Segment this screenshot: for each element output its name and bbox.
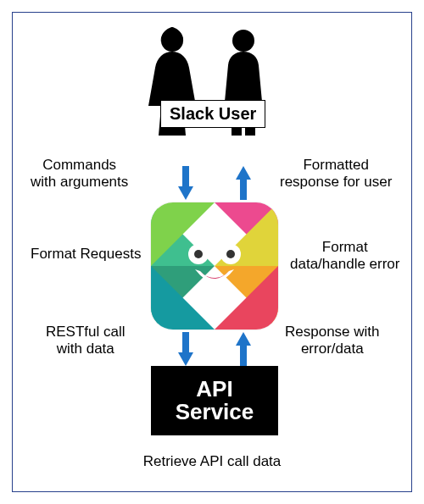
api-line2: Service <box>176 401 254 424</box>
label-commands: Commands with arguments <box>31 157 128 190</box>
slack-user-label: Slack User <box>160 100 265 128</box>
svg-rect-4 <box>240 178 247 200</box>
arrow-up-api-to-bot <box>236 332 248 361</box>
label-format-requests: Format Requests <box>31 246 141 263</box>
svg-marker-5 <box>236 166 251 180</box>
svg-rect-10 <box>182 332 189 354</box>
arrow-down-user-to-bot <box>178 166 190 195</box>
svg-point-9 <box>226 250 235 258</box>
slack-bot-icon <box>151 202 278 330</box>
arrow-up-bot-to-user <box>236 166 248 195</box>
label-formatted-response: Formatted response for user <box>280 157 392 190</box>
svg-marker-13 <box>236 332 251 346</box>
label-retrieve: Retrieve API call data <box>0 453 424 470</box>
slack-user-text: Slack User <box>170 104 256 123</box>
svg-point-1 <box>232 30 254 52</box>
label-restful-call: RESTful call with data <box>46 324 126 357</box>
svg-point-7 <box>194 250 203 258</box>
svg-marker-11 <box>178 352 193 366</box>
api-service-box: API Service <box>151 366 278 435</box>
svg-rect-12 <box>240 344 247 366</box>
svg-rect-2 <box>182 166 189 188</box>
bot-face-icon <box>183 241 246 291</box>
api-line1: API <box>176 378 254 401</box>
arrow-down-bot-to-api <box>178 332 190 361</box>
label-format-data: Format data/handle error <box>290 239 399 272</box>
label-response: Response with error/data <box>285 324 380 357</box>
svg-marker-3 <box>178 186 193 200</box>
